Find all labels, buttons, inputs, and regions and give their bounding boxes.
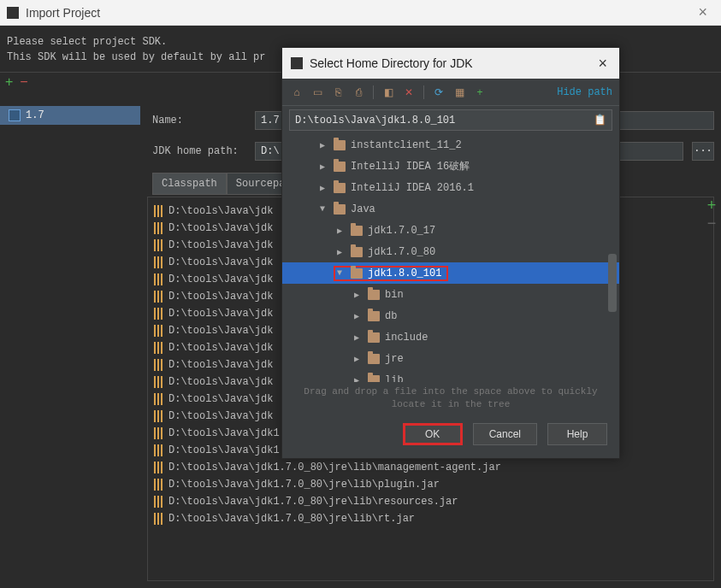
app-icon bbox=[7, 7, 19, 19]
classpath-item-label: D:\tools\Java\jdk bbox=[168, 410, 273, 422]
folder-icon bbox=[368, 354, 380, 364]
tree-node-label: IntelliJ IDEA 2016.1 bbox=[351, 182, 474, 194]
hide-path-link[interactable]: Hide path bbox=[557, 86, 612, 98]
history-icon[interactable]: 📋 bbox=[594, 114, 606, 126]
jar-icon bbox=[153, 205, 163, 217]
folder-icon bbox=[368, 332, 380, 343]
classpath-item-label: D:\tools\Java\jdk bbox=[168, 205, 273, 217]
classpath-item[interactable]: D:\tools\Java\jdk1.7.0_80\jre\lib\manage… bbox=[148, 459, 713, 476]
classpath-item-label: D:\tools\Java\jdk bbox=[168, 342, 273, 354]
tree-node[interactable]: ▶lib bbox=[282, 369, 619, 382]
module-icon[interactable]: ⎙ bbox=[351, 86, 366, 98]
folder-icon bbox=[334, 204, 346, 215]
cancel-button[interactable]: Cancel bbox=[473, 423, 537, 445]
expand-arrow-icon[interactable]: ▶ bbox=[354, 332, 363, 343]
tree-node[interactable]: ▶jdk1.7.0_17 bbox=[282, 220, 619, 241]
expand-arrow-icon[interactable]: ▶ bbox=[320, 162, 328, 172]
folder-icon bbox=[368, 375, 380, 383]
classpath-remove-button[interactable]: − bbox=[702, 215, 721, 232]
jar-icon bbox=[153, 427, 163, 439]
jar-icon bbox=[153, 239, 163, 251]
classpath-item-label: D:\tools\Java\jdk1.7.0_80\jre\lib\rt.jar bbox=[168, 513, 415, 525]
jar-icon bbox=[153, 359, 163, 371]
expand-arrow-icon[interactable]: ▶ bbox=[320, 140, 328, 150]
expand-arrow-icon[interactable]: ▶ bbox=[354, 375, 363, 383]
sdk-list-item[interactable]: 1.7 bbox=[0, 106, 140, 125]
project-icon[interactable]: ⎘ bbox=[330, 86, 346, 98]
folder-icon bbox=[334, 140, 346, 150]
tree-node-label: jdk1.8.0_101 bbox=[368, 268, 441, 279]
close-icon[interactable]: × bbox=[691, 3, 714, 21]
tree-node-label: lib bbox=[385, 374, 404, 383]
add-sdk-button[interactable]: + bbox=[5, 74, 13, 90]
classpath-item-label: D:\tools\Java\jdk bbox=[168, 393, 273, 405]
expand-arrow-icon[interactable]: ▶ bbox=[320, 183, 328, 193]
tree-node-label: db bbox=[385, 310, 397, 322]
expand-arrow-icon[interactable]: ▼ bbox=[320, 204, 328, 214]
select-home-dialog: Select Home Directory for JDK × ⌂▭⎘⎙◧✕⟳▦… bbox=[281, 47, 620, 459]
path-input[interactable]: D:\tools\Java\jdk1.8.0_101 bbox=[295, 115, 594, 126]
classpath-item[interactable]: D:\tools\Java\jdk1.7.0_80\jre\lib\rt.jar bbox=[148, 510, 713, 527]
expand-arrow-icon[interactable]: ▶ bbox=[354, 290, 363, 300]
sdk-name: 1.7 bbox=[26, 109, 44, 121]
folder-icon bbox=[334, 162, 346, 172]
folder-icon bbox=[351, 268, 363, 279]
browse-button[interactable]: ... bbox=[692, 142, 714, 161]
expand-arrow-icon[interactable]: ▶ bbox=[354, 311, 363, 321]
classpath-item[interactable]: D:\tools\Java\jdk1.7.0_80\jre\lib\resour… bbox=[148, 493, 713, 510]
tree-node-label: instantclient_11_2 bbox=[351, 139, 462, 151]
expand-arrow-icon[interactable]: ▼ bbox=[337, 268, 346, 278]
tree-node[interactable]: ▶bin bbox=[282, 284, 619, 305]
tree-node[interactable]: ▶include bbox=[282, 326, 619, 348]
classpath-add-button[interactable]: + bbox=[702, 197, 721, 215]
classpath-item-label: D:\tools\Java\jdk bbox=[168, 222, 273, 234]
tab-classpath[interactable]: Classpath bbox=[152, 173, 227, 195]
refresh-icon[interactable]: ⟳ bbox=[431, 86, 446, 98]
tree-node[interactable]: ▶jdk1.7.0_80 bbox=[282, 241, 619, 262]
classpath-item-label: D:\tools\Java\jdk bbox=[168, 376, 273, 388]
tree-node[interactable]: ▶IntelliJ IDEA 16破解 bbox=[282, 156, 619, 177]
home-icon[interactable]: ⌂ bbox=[289, 86, 304, 98]
dialog-close-icon[interactable]: × bbox=[594, 55, 611, 73]
tree-node-label: Java bbox=[351, 203, 375, 215]
folder-icon bbox=[368, 311, 380, 321]
expand-arrow-icon[interactable]: ▶ bbox=[354, 354, 363, 364]
classpath-item-label: D:\tools\Java\jdk bbox=[168, 256, 273, 268]
import-project-titlebar: Import Project × bbox=[0, 0, 721, 26]
jar-icon bbox=[153, 410, 163, 422]
tree-node-label: jre bbox=[385, 353, 404, 365]
jar-icon bbox=[153, 256, 163, 268]
classpath-item-label: D:\tools\Java\jdk1.7.0_80\jre\lib\manage… bbox=[168, 462, 501, 473]
desktop-icon[interactable]: ▭ bbox=[310, 86, 325, 98]
jar-icon bbox=[153, 291, 163, 303]
tree-node[interactable]: ▼Java bbox=[282, 198, 619, 220]
expand-arrow-icon[interactable]: ▶ bbox=[337, 247, 346, 257]
scrollbar-thumb[interactable] bbox=[608, 254, 617, 312]
folder-icon bbox=[334, 183, 346, 193]
jar-icon bbox=[153, 308, 163, 320]
tree-node-label: include bbox=[385, 332, 428, 344]
classpath-item-label: D:\tools\Java\jdk bbox=[168, 273, 273, 285]
show-hidden-icon[interactable]: ▦ bbox=[452, 86, 467, 98]
add-icon[interactable]: + bbox=[472, 86, 488, 98]
tree-node[interactable]: ▶instantclient_11_2 bbox=[282, 134, 619, 156]
classpath-item[interactable]: D:\tools\Java\jdk1.7.0_80\jre\lib\plugin… bbox=[148, 476, 713, 493]
tree-node[interactable]: ▶db bbox=[282, 305, 619, 326]
tree-node[interactable]: ▶IntelliJ IDEA 2016.1 bbox=[282, 177, 619, 198]
sdk-icon bbox=[9, 109, 21, 121]
new-folder-icon[interactable]: ◧ bbox=[381, 86, 396, 98]
expand-arrow-icon[interactable]: ▶ bbox=[337, 226, 346, 236]
tree-node[interactable]: ▼jdk1.8.0_101 bbox=[282, 262, 619, 284]
delete-icon[interactable]: ✕ bbox=[401, 86, 417, 98]
help-button[interactable]: Help bbox=[547, 423, 607, 445]
remove-sdk-button[interactable]: − bbox=[20, 74, 27, 90]
jdk-home-label: JDK home path: bbox=[152, 145, 246, 157]
jar-icon bbox=[153, 325, 163, 337]
jar-icon bbox=[153, 513, 163, 525]
classpath-item-label: D:\tools\Java\jdk1.7.0_80\jre\lib\plugin… bbox=[168, 479, 440, 491]
classpath-item-label: D:\tools\Java\jdk bbox=[168, 359, 273, 371]
ok-button[interactable]: OK bbox=[403, 423, 463, 445]
folder-icon bbox=[368, 290, 380, 300]
directory-tree[interactable]: ▶instantclient_11_2▶IntelliJ IDEA 16破解▶I… bbox=[282, 134, 619, 382]
tree-node[interactable]: ▶jre bbox=[282, 348, 619, 369]
